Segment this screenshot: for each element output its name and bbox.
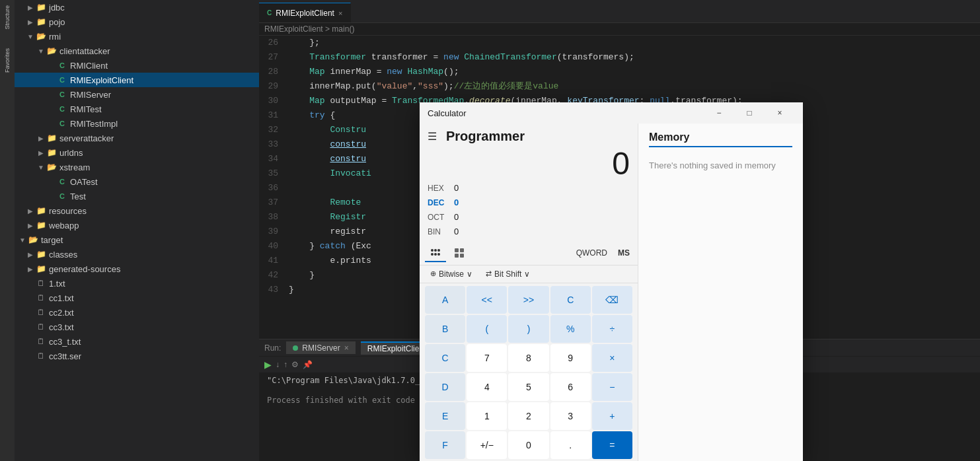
close-icon[interactable]: ×	[344, 343, 349, 353]
bit-toggle-icon[interactable]	[449, 244, 470, 262]
editor-tabs: C RMIExploitClient ×	[259, 0, 980, 23]
memory-title: Memory	[649, 131, 792, 147]
tree-item-serverattacker[interactable]: ▶ 📁 serverattacker	[15, 131, 259, 145]
base-label-oct: OCT	[428, 213, 454, 222]
tree-item-cc2txt[interactable]: 🗒 cc2.txt	[15, 305, 259, 320]
btn-lparen[interactable]: (	[467, 315, 507, 343]
btn-8[interactable]: 8	[508, 344, 548, 372]
tree-item-rmitest[interactable]: C RMITest	[15, 102, 259, 116]
tree-item-cc3txt[interactable]: 🗒 cc3.txt	[15, 320, 259, 334]
calc-main-value: 0	[428, 147, 630, 182]
btn-rshift[interactable]: >>	[508, 286, 548, 314]
tree-label: urldns	[59, 148, 83, 158]
btn-add[interactable]: +	[592, 402, 632, 430]
btn-negate[interactable]: +/−	[467, 431, 507, 459]
tree-item-test[interactable]: C Test	[15, 189, 259, 203]
expand-arrow: ▼	[17, 234, 28, 245]
tree-item-pojo[interactable]: ▶ 📁 pojo	[15, 15, 259, 29]
tree-item-urldns[interactable]: ▶ 📁 urldns	[15, 145, 259, 160]
tree-label: webapp	[49, 221, 79, 230]
btn-mod[interactable]: %	[550, 315, 591, 343]
btn-divide[interactable]: ÷	[592, 315, 632, 343]
btn-0[interactable]: 0	[508, 431, 548, 459]
btn-F[interactable]: F	[425, 431, 465, 459]
tree-item-target[interactable]: ▼ 📂 target	[15, 232, 259, 247]
run-settings-icon[interactable]: ⚙	[291, 360, 299, 369]
run-pin-icon[interactable]: 📌	[303, 360, 313, 369]
tree-item-rmiserver[interactable]: C RMIServer	[15, 87, 259, 102]
btn-B[interactable]: B	[425, 315, 465, 343]
btn-9[interactable]: 9	[550, 344, 591, 372]
btn-lshift[interactable]: <<	[467, 286, 507, 314]
tree-label: resources	[49, 206, 87, 216]
btn-4[interactable]: 4	[467, 373, 507, 401]
btn-subtract[interactable]: −	[592, 373, 632, 401]
svg-point-3	[431, 253, 433, 256]
run-tab-rmiserver[interactable]: RMIServer ×	[286, 341, 355, 354]
close-icon[interactable]: ×	[338, 9, 342, 17]
tree-item-rmiexploitclient[interactable]: C RMIExploitClient	[15, 73, 259, 87]
tree-label: serverattacker	[59, 133, 114, 143]
tree-label: xstream	[59, 162, 90, 172]
tree-item-1txt[interactable]: 🗒 1.txt	[15, 276, 259, 291]
expand-arrow: ▶	[25, 205, 36, 216]
file-icon: 🗒	[36, 307, 46, 318]
btn-3[interactable]: 3	[550, 402, 591, 430]
tree-item-rmitestimpl[interactable]: C RMITestImpl	[15, 116, 259, 131]
btn-E[interactable]: E	[425, 402, 465, 430]
digit-grouping-icon[interactable]	[425, 244, 446, 262]
btn-rparen[interactable]: )	[508, 315, 548, 343]
btn-decimal[interactable]: .	[550, 431, 591, 459]
tree-item-resources[interactable]: ▶ 📁 resources	[15, 203, 259, 218]
file-icon: 🗒	[36, 322, 46, 332]
tree-item-oatest[interactable]: C OATest	[15, 174, 259, 189]
tree-label: pojo	[49, 17, 65, 27]
tree-item-clientattacker[interactable]: ▼ 📂 clientattacker	[15, 44, 259, 58]
tree-item-generated-sources[interactable]: ▶ 📁 generated-sources	[15, 262, 259, 276]
tree-label: classes	[49, 250, 77, 260]
tree-item-jdbc[interactable]: ▶ 📁 jdbc	[15, 0, 259, 15]
run-stop-icon[interactable]: ↑	[283, 360, 287, 369]
chevron-down-icon: ∨	[467, 269, 472, 279]
btn-equals[interactable]: =	[592, 431, 632, 459]
close-button[interactable]: ×	[765, 102, 795, 124]
run-down-icon[interactable]: ↓	[276, 360, 280, 369]
run-play-icon[interactable]: ▶	[264, 359, 272, 370]
favorites-tab[interactable]: Favorites	[4, 48, 11, 73]
bitwise-button[interactable]: ⊕ Bitwise ∨	[425, 267, 478, 281]
tree-item-cc1txt[interactable]: 🗒 cc1.txt	[15, 291, 259, 305]
java-icon: C	[57, 60, 67, 71]
code-line: 28 Map innerMap = new HashMap();	[259, 65, 980, 79]
tree-item-rmi[interactable]: ▼ 📂 rmi	[15, 29, 259, 44]
qword-button[interactable]: QWORD	[574, 247, 610, 259]
btn-backspace[interactable]: ⌫	[592, 286, 632, 314]
maximize-button[interactable]: □	[734, 102, 765, 124]
structure-tab[interactable]: Structure	[4, 5, 11, 30]
btn-2[interactable]: 2	[508, 402, 548, 430]
btn-6[interactable]: 6	[550, 373, 591, 401]
tab-rmiexploitclient[interactable]: C RMIExploitClient ×	[259, 3, 351, 22]
btn-clear[interactable]: C	[550, 286, 591, 314]
ms-button[interactable]: MS	[615, 247, 632, 259]
hamburger-icon[interactable]: ☰	[428, 130, 441, 143]
btn-C[interactable]: C	[425, 344, 465, 372]
btn-A[interactable]: A	[425, 286, 465, 314]
tree-item-cc3ttxt[interactable]: 🗒 cc3_t.txt	[15, 334, 259, 349]
btn-D[interactable]: D	[425, 373, 465, 401]
tree-item-rmiclient[interactable]: C RMIClient	[15, 58, 259, 73]
tree-item-xstream[interactable]: ▼ 📂 xstream	[15, 160, 259, 174]
btn-multiply[interactable]: ×	[592, 344, 632, 372]
bitwise-icon: ⊕	[430, 269, 436, 278]
bitshift-button[interactable]: ⇄ Bit Shift ∨	[480, 267, 535, 281]
minimize-button[interactable]: −	[704, 102, 734, 124]
tree-label: RMITest	[70, 104, 102, 114]
btn-7[interactable]: 7	[467, 344, 507, 372]
btn-5[interactable]: 5	[508, 373, 548, 401]
file-icon: 🗒	[36, 278, 46, 289]
btn-1[interactable]: 1	[467, 402, 507, 430]
folder-icon: 📁	[46, 133, 57, 143]
tree-item-cc3ttser[interactable]: 🗒 cc3tt.ser	[15, 349, 259, 363]
tree-item-webapp[interactable]: ▶ 📁 webapp	[15, 218, 259, 232]
tree-label: target	[41, 235, 63, 245]
tree-item-classes[interactable]: ▶ 📁 classes	[15, 247, 259, 262]
